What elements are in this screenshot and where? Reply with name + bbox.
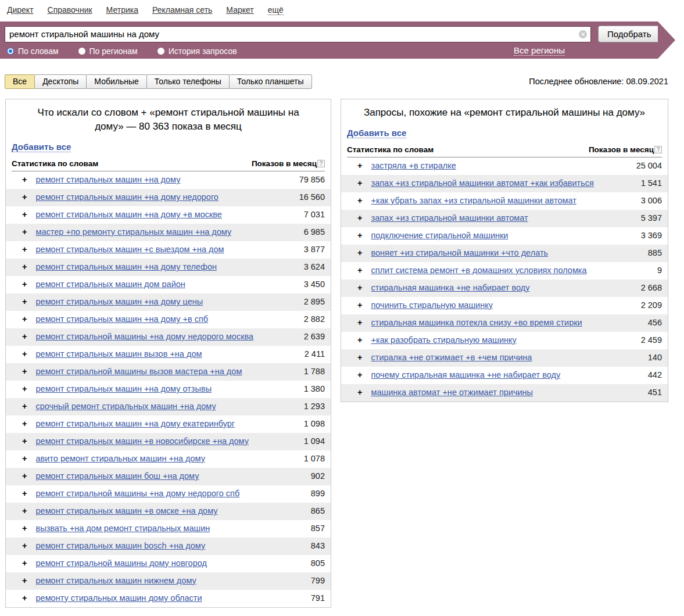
- add-keyword-button[interactable]: +: [357, 196, 362, 205]
- keyword-link[interactable]: ремонт стиральных машин +в омске +на дом…: [36, 506, 218, 515]
- add-keyword-button[interactable]: +: [357, 318, 362, 327]
- keyword-link[interactable]: ремонт стиральных машин +на дому телефон: [36, 262, 217, 271]
- keyword-link[interactable]: стиральная машинка потекла снизу +во вре…: [371, 318, 582, 327]
- keyword-link[interactable]: ремонт стиральной машины +на дому недоро…: [36, 332, 254, 341]
- keyword-link[interactable]: ремонт стиральных машин нижнем дому: [36, 576, 196, 585]
- add-all-link[interactable]: Добавить все: [12, 142, 71, 152]
- help-icon[interactable]: ?: [654, 146, 662, 153]
- add-keyword-button[interactable]: +: [22, 227, 27, 237]
- keyword-link[interactable]: ремонт стиральных машин +на дому: [36, 175, 181, 184]
- add-keyword-button[interactable]: +: [357, 161, 362, 170]
- add-keyword-button[interactable]: +: [357, 388, 362, 397]
- add-keyword-button[interactable]: +: [22, 192, 27, 202]
- keyword-link[interactable]: ремонт стиральных машин +на дому цены: [36, 297, 203, 306]
- add-keyword-button[interactable]: +: [22, 419, 27, 428]
- tab-desktops[interactable]: Десктопы: [34, 74, 87, 89]
- mode-history[interactable]: История запросов: [157, 46, 237, 56]
- add-keyword-button[interactable]: +: [357, 178, 362, 188]
- keyword-link[interactable]: стиралка +не отжимает +в +чем причина: [371, 353, 532, 362]
- tab-tablets-only[interactable]: Только планшеты: [229, 74, 312, 89]
- nav-link-more[interactable]: ещё: [268, 5, 284, 15]
- keyword-link[interactable]: ремонт стиральных машин +на дому екатери…: [36, 419, 235, 428]
- keyword-link[interactable]: ремонт стиральной машины дому новгород: [36, 558, 207, 568]
- help-icon[interactable]: ?: [317, 160, 325, 167]
- nav-link-spravochnik[interactable]: Справочник: [48, 5, 92, 15]
- keyword-link[interactable]: воняет +из стиральной машинки +что делат…: [371, 248, 549, 257]
- keyword-link[interactable]: застряла +в стиралке: [371, 161, 456, 170]
- add-keyword-button[interactable]: +: [22, 245, 27, 254]
- keyword-link[interactable]: ремонт стиральных машин +на дому +в моск…: [36, 210, 222, 219]
- keyword-link[interactable]: ремонт стиральных машин bosch +на дому: [36, 541, 206, 550]
- keyword-link[interactable]: почему стиральная машинка +не набирает в…: [371, 370, 561, 379]
- add-keyword-button[interactable]: +: [22, 471, 27, 481]
- add-keyword-button[interactable]: +: [22, 506, 27, 515]
- keyword-link[interactable]: ремонт стиральных машин дом район: [36, 280, 185, 289]
- add-keyword-button[interactable]: +: [22, 593, 27, 603]
- keyword-link[interactable]: стиральная машинка +не набирает воду: [371, 283, 530, 292]
- nav-link-direct[interactable]: Директ: [7, 5, 34, 15]
- all-regions-link[interactable]: Все регионы: [514, 45, 565, 56]
- keyword-link[interactable]: сплит система ремонт +в домашних условия…: [371, 266, 587, 275]
- add-keyword-button[interactable]: +: [22, 558, 27, 568]
- keyword-link[interactable]: ремонт стиральных машин +в новосибирске …: [36, 436, 249, 446]
- add-keyword-button[interactable]: +: [22, 454, 27, 463]
- keyword-link[interactable]: ремонт стиральных машин бош +на дому: [36, 471, 199, 481]
- add-keyword-button[interactable]: +: [22, 541, 27, 550]
- tab-phones-only[interactable]: Только телефоны: [146, 74, 230, 89]
- keyword-link[interactable]: +как убрать запах +из стиральной машинки…: [371, 196, 576, 205]
- add-keyword-button[interactable]: +: [22, 297, 27, 306]
- tab-mobile[interactable]: Мобильные: [86, 74, 147, 89]
- keyword-link[interactable]: машинка автомат +не отжимает причины: [371, 388, 533, 397]
- add-keyword-button[interactable]: +: [357, 353, 362, 362]
- keyword-link[interactable]: ремонт стиральных машин вызов +на дом: [36, 349, 202, 359]
- add-keyword-button[interactable]: +: [22, 576, 27, 585]
- tab-all[interactable]: Все: [5, 74, 35, 89]
- search-input[interactable]: [5, 26, 591, 42]
- add-keyword-button[interactable]: +: [22, 367, 27, 376]
- keyword-link[interactable]: вызвать +на дом ремонт стиральных машин: [36, 524, 210, 533]
- keyword-link[interactable]: ремонт стиральных машин +на дому недорог…: [36, 192, 219, 202]
- add-keyword-button[interactable]: +: [357, 335, 362, 345]
- add-keyword-button[interactable]: +: [22, 402, 27, 411]
- keyword-link[interactable]: авито ремонт стиральных машин +на дому: [36, 454, 205, 463]
- add-keyword-button[interactable]: +: [22, 332, 27, 341]
- add-keyword-button[interactable]: +: [22, 210, 27, 219]
- radio-icon[interactable]: [78, 48, 85, 55]
- keyword-link[interactable]: ремонту стиральных машин дому области: [36, 593, 202, 603]
- add-keyword-button[interactable]: +: [357, 248, 362, 257]
- keyword-link[interactable]: мастер +по ремонту стиральных машин +на …: [36, 227, 232, 237]
- keyword-link[interactable]: ремонт стиральных машин +с выездом +на д…: [36, 245, 224, 254]
- keyword-link[interactable]: запах +из стиральной машинки автомат +ка…: [371, 178, 594, 188]
- add-keyword-button[interactable]: +: [357, 370, 362, 379]
- keyword-link[interactable]: ремонт стиральной машины вызов мастера +…: [36, 367, 242, 376]
- add-keyword-button[interactable]: +: [357, 283, 362, 292]
- add-keyword-button[interactable]: +: [22, 175, 27, 184]
- nav-link-market[interactable]: Маркет: [226, 5, 253, 15]
- add-keyword-button[interactable]: +: [22, 384, 27, 393]
- add-keyword-button[interactable]: +: [22, 489, 27, 498]
- add-keyword-button[interactable]: +: [357, 266, 362, 275]
- keyword-link[interactable]: срочный ремонт стиральных машин +на дому: [36, 402, 216, 411]
- add-keyword-button[interactable]: +: [22, 436, 27, 446]
- keyword-link[interactable]: починить стиральную машинку: [371, 300, 493, 310]
- keyword-link[interactable]: ремонт стиральных машин +на дому отзывы: [36, 384, 212, 393]
- mode-by-words[interactable]: По словам: [7, 46, 59, 56]
- add-keyword-button[interactable]: +: [22, 262, 27, 271]
- submit-button[interactable]: Подобрать: [598, 26, 661, 42]
- radio-icon[interactable]: [157, 48, 164, 55]
- add-keyword-button[interactable]: +: [357, 213, 362, 223]
- keyword-link[interactable]: +как разобрать стиральную машинку: [371, 335, 517, 345]
- add-keyword-button[interactable]: +: [22, 349, 27, 359]
- close-icon[interactable]: ✕: [579, 30, 587, 38]
- nav-link-metrika[interactable]: Метрика: [106, 5, 138, 15]
- mode-by-regions[interactable]: По регионам: [78, 46, 138, 56]
- add-keyword-button[interactable]: +: [357, 231, 362, 240]
- nav-link-ad-network[interactable]: Рекламная сеть: [152, 5, 212, 15]
- add-keyword-button[interactable]: +: [22, 524, 27, 533]
- keyword-link[interactable]: запах +из стиральной машинки автомат: [371, 213, 528, 223]
- add-keyword-button[interactable]: +: [22, 314, 27, 324]
- add-keyword-button[interactable]: +: [22, 280, 27, 289]
- keyword-link[interactable]: подключение стиральной машинки: [371, 231, 508, 240]
- radio-selected-icon[interactable]: [7, 48, 14, 55]
- keyword-link[interactable]: ремонт стиральных машин +на дому +в спб: [36, 314, 209, 324]
